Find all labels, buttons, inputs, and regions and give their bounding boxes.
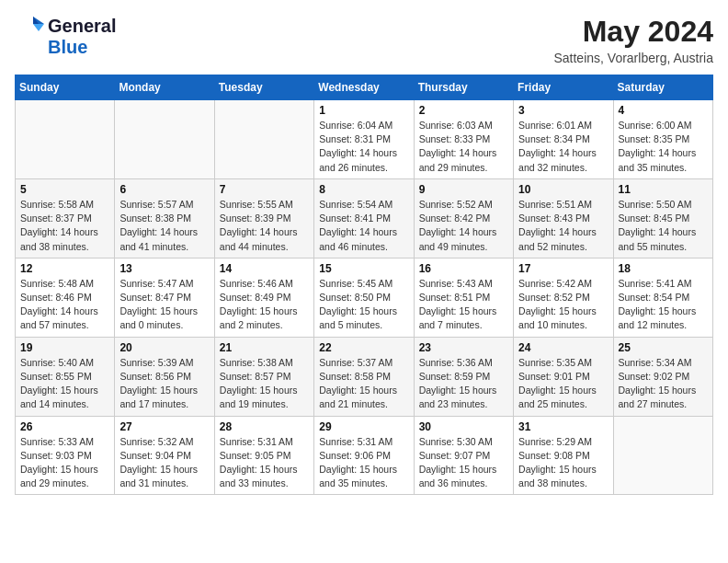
day-number: 29 bbox=[319, 420, 408, 433]
weekday-header: Tuesday bbox=[214, 75, 313, 100]
day-info: Sunrise: 5:52 AMSunset: 8:42 PMDaylight:… bbox=[419, 198, 508, 254]
day-info: Sunrise: 5:36 AMSunset: 8:59 PMDaylight:… bbox=[419, 356, 508, 412]
day-number: 12 bbox=[20, 262, 109, 275]
day-info: Sunrise: 5:51 AMSunset: 8:43 PMDaylight:… bbox=[518, 198, 608, 254]
calendar-cell: 4Sunrise: 6:00 AMSunset: 8:35 PMDaylight… bbox=[613, 100, 712, 179]
day-number: 11 bbox=[619, 183, 708, 196]
calendar-week-row: 5Sunrise: 5:58 AMSunset: 8:37 PMDaylight… bbox=[16, 178, 713, 258]
calendar-cell: 15Sunrise: 5:45 AMSunset: 8:50 PMDayligh… bbox=[314, 258, 414, 337]
calendar-body: 1Sunrise: 6:04 AMSunset: 8:31 PMDaylight… bbox=[16, 100, 713, 495]
day-info: Sunrise: 5:35 AMSunset: 9:01 PMDaylight:… bbox=[518, 356, 608, 412]
day-number: 16 bbox=[419, 262, 508, 275]
day-number: 20 bbox=[119, 341, 209, 354]
day-number: 26 bbox=[20, 420, 109, 433]
calendar-cell: 24Sunrise: 5:35 AMSunset: 9:01 PMDayligh… bbox=[514, 337, 613, 416]
day-number: 19 bbox=[20, 341, 109, 354]
day-info: Sunrise: 5:34 AMSunset: 9:02 PMDaylight:… bbox=[619, 356, 708, 412]
calendar-cell: 8Sunrise: 5:54 AMSunset: 8:41 PMDaylight… bbox=[314, 178, 414, 258]
calendar-cell bbox=[613, 416, 712, 495]
weekday-header: Sunday bbox=[16, 75, 115, 100]
weekday-header: Monday bbox=[115, 75, 214, 100]
day-number: 1 bbox=[319, 104, 408, 117]
day-info: Sunrise: 5:32 AMSunset: 9:04 PMDaylight:… bbox=[119, 435, 209, 491]
svg-marker-1 bbox=[33, 24, 44, 31]
logo-blue: Blue bbox=[48, 37, 87, 58]
calendar-cell: 11Sunrise: 5:50 AMSunset: 8:45 PMDayligh… bbox=[613, 178, 712, 258]
day-number: 7 bbox=[220, 183, 309, 196]
day-info: Sunrise: 5:37 AMSunset: 8:58 PMDaylight:… bbox=[319, 356, 408, 412]
day-number: 21 bbox=[220, 341, 309, 354]
day-number: 27 bbox=[119, 420, 209, 433]
day-number: 22 bbox=[319, 341, 408, 354]
day-number: 28 bbox=[220, 420, 309, 433]
calendar-cell: 9Sunrise: 5:52 AMSunset: 8:42 PMDaylight… bbox=[414, 178, 513, 258]
page-header: General Blue May 2024 Satteins, Vorarlbe… bbox=[15, 15, 713, 65]
day-info: Sunrise: 5:42 AMSunset: 8:52 PMDaylight:… bbox=[518, 277, 608, 333]
day-number: 31 bbox=[518, 420, 608, 433]
title-block: May 2024 Satteins, Vorarlberg, Austria bbox=[553, 15, 713, 65]
weekday-header: Saturday bbox=[613, 75, 712, 100]
day-info: Sunrise: 5:57 AMSunset: 8:38 PMDaylight:… bbox=[119, 198, 209, 254]
calendar-cell: 3Sunrise: 6:01 AMSunset: 8:34 PMDaylight… bbox=[514, 100, 613, 179]
month-title: May 2024 bbox=[553, 15, 713, 49]
calendar-week-row: 12Sunrise: 5:48 AMSunset: 8:46 PMDayligh… bbox=[16, 258, 713, 337]
calendar-cell: 25Sunrise: 5:34 AMSunset: 9:02 PMDayligh… bbox=[613, 337, 712, 416]
calendar-week-row: 1Sunrise: 6:04 AMSunset: 8:31 PMDaylight… bbox=[16, 100, 713, 179]
calendar-cell: 16Sunrise: 5:43 AMSunset: 8:51 PMDayligh… bbox=[414, 258, 513, 337]
calendar-cell bbox=[214, 100, 313, 179]
day-info: Sunrise: 5:38 AMSunset: 8:57 PMDaylight:… bbox=[220, 356, 309, 412]
weekday-header: Wednesday bbox=[314, 75, 414, 100]
day-info: Sunrise: 5:54 AMSunset: 8:41 PMDaylight:… bbox=[319, 198, 408, 254]
logo-general: General bbox=[48, 16, 116, 37]
day-info: Sunrise: 5:58 AMSunset: 8:37 PMDaylight:… bbox=[20, 198, 109, 254]
day-info: Sunrise: 5:33 AMSunset: 9:03 PMDaylight:… bbox=[20, 435, 109, 491]
day-info: Sunrise: 5:29 AMSunset: 9:08 PMDaylight:… bbox=[518, 435, 608, 491]
day-info: Sunrise: 5:31 AMSunset: 9:05 PMDaylight:… bbox=[220, 435, 309, 491]
day-number: 23 bbox=[419, 341, 508, 354]
logo-icon bbox=[15, 15, 44, 37]
day-info: Sunrise: 5:40 AMSunset: 8:55 PMDaylight:… bbox=[20, 356, 109, 412]
calendar-table: SundayMondayTuesdayWednesdayThursdayFrid… bbox=[15, 75, 713, 495]
calendar-cell: 6Sunrise: 5:57 AMSunset: 8:38 PMDaylight… bbox=[115, 178, 214, 258]
weekday-header: Thursday bbox=[414, 75, 513, 100]
weekday-row: SundayMondayTuesdayWednesdayThursdayFrid… bbox=[16, 75, 713, 100]
calendar-cell: 5Sunrise: 5:58 AMSunset: 8:37 PMDaylight… bbox=[16, 178, 115, 258]
day-number: 30 bbox=[419, 420, 508, 433]
calendar-cell: 7Sunrise: 5:55 AMSunset: 8:39 PMDaylight… bbox=[214, 178, 313, 258]
day-info: Sunrise: 6:04 AMSunset: 8:31 PMDaylight:… bbox=[319, 119, 408, 175]
weekday-header: Friday bbox=[514, 75, 613, 100]
day-info: Sunrise: 6:00 AMSunset: 8:35 PMDaylight:… bbox=[619, 119, 708, 175]
day-info: Sunrise: 5:39 AMSunset: 8:56 PMDaylight:… bbox=[119, 356, 209, 412]
day-number: 10 bbox=[518, 183, 608, 196]
calendar-cell bbox=[16, 100, 115, 179]
calendar-cell: 28Sunrise: 5:31 AMSunset: 9:05 PMDayligh… bbox=[214, 416, 313, 495]
day-number: 15 bbox=[319, 262, 408, 275]
calendar-cell: 2Sunrise: 6:03 AMSunset: 8:33 PMDaylight… bbox=[414, 100, 513, 179]
location: Satteins, Vorarlberg, Austria bbox=[553, 51, 713, 65]
day-info: Sunrise: 5:30 AMSunset: 9:07 PMDaylight:… bbox=[419, 435, 508, 491]
day-info: Sunrise: 5:43 AMSunset: 8:51 PMDaylight:… bbox=[419, 277, 508, 333]
calendar-week-row: 26Sunrise: 5:33 AMSunset: 9:03 PMDayligh… bbox=[16, 416, 713, 495]
calendar-cell: 20Sunrise: 5:39 AMSunset: 8:56 PMDayligh… bbox=[115, 337, 214, 416]
day-info: Sunrise: 5:46 AMSunset: 8:49 PMDaylight:… bbox=[220, 277, 309, 333]
day-info: Sunrise: 5:45 AMSunset: 8:50 PMDaylight:… bbox=[319, 277, 408, 333]
day-info: Sunrise: 5:47 AMSunset: 8:47 PMDaylight:… bbox=[119, 277, 209, 333]
day-number: 3 bbox=[518, 104, 608, 117]
calendar-header: SundayMondayTuesdayWednesdayThursdayFrid… bbox=[16, 75, 713, 100]
calendar-cell: 23Sunrise: 5:36 AMSunset: 8:59 PMDayligh… bbox=[414, 337, 513, 416]
day-number: 2 bbox=[419, 104, 508, 117]
day-info: Sunrise: 5:50 AMSunset: 8:45 PMDaylight:… bbox=[619, 198, 708, 254]
calendar-cell: 29Sunrise: 5:31 AMSunset: 9:06 PMDayligh… bbox=[314, 416, 414, 495]
calendar-cell: 10Sunrise: 5:51 AMSunset: 8:43 PMDayligh… bbox=[514, 178, 613, 258]
calendar-cell: 12Sunrise: 5:48 AMSunset: 8:46 PMDayligh… bbox=[16, 258, 115, 337]
day-number: 25 bbox=[619, 341, 708, 354]
calendar-cell bbox=[115, 100, 214, 179]
calendar-week-row: 19Sunrise: 5:40 AMSunset: 8:55 PMDayligh… bbox=[16, 337, 713, 416]
day-number: 24 bbox=[518, 341, 608, 354]
calendar-cell: 21Sunrise: 5:38 AMSunset: 8:57 PMDayligh… bbox=[214, 337, 313, 416]
calendar-cell: 31Sunrise: 5:29 AMSunset: 9:08 PMDayligh… bbox=[514, 416, 613, 495]
calendar-cell: 26Sunrise: 5:33 AMSunset: 9:03 PMDayligh… bbox=[16, 416, 115, 495]
calendar-cell: 27Sunrise: 5:32 AMSunset: 9:04 PMDayligh… bbox=[115, 416, 214, 495]
day-number: 5 bbox=[20, 183, 109, 196]
calendar-cell: 1Sunrise: 6:04 AMSunset: 8:31 PMDaylight… bbox=[314, 100, 414, 179]
